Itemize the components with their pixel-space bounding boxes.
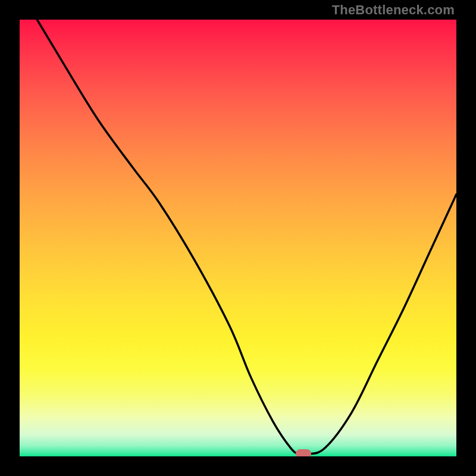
watermark-text: TheBottleneck.com [332,2,455,18]
plot-area [20,20,456,456]
bottleneck-curve [20,20,456,456]
optimal-marker [296,449,311,456]
chart-frame: TheBottleneck.com [0,0,476,476]
